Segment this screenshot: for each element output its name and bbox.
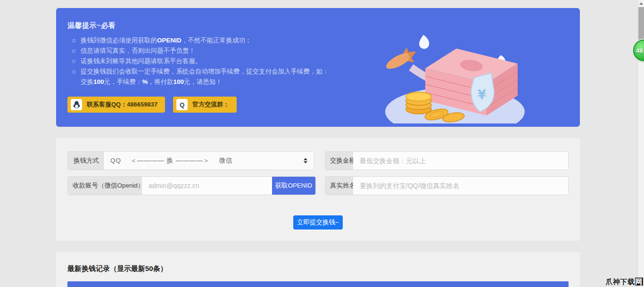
- submit-exchange-button[interactable]: 立即提交换钱~: [293, 215, 343, 230]
- official-group-button[interactable]: Q 官方交流群：: [173, 97, 237, 113]
- scroll-up-arrow-icon[interactable]: [639, 2, 643, 5]
- receive-account-group: 收款账号（微信Openid） 获取OPENID: [67, 176, 316, 195]
- qq-penguin-icon: [71, 99, 82, 110]
- notice-item: 信息请填写真实，否则出问题不予负责！: [70, 46, 334, 56]
- exchange-method-select[interactable]: QQ ＜———— 换 ————＞ 微信: [104, 152, 314, 170]
- float-qq-badge[interactable]: 48: [633, 40, 644, 61]
- real-name-label: 真实姓名: [325, 177, 353, 195]
- site-watermark: 爪神下载网: [606, 278, 644, 287]
- q-letter-icon: Q: [176, 99, 188, 110]
- notice-banner: 温馨提示~必看 换钱到微信必须使用获取的OPENID，不然不能正常换成功； 信息…: [56, 8, 580, 127]
- float-qq-badge-number: 48: [636, 47, 643, 54]
- svg-text:¥: ¥: [478, 88, 486, 102]
- notice-item: 提交换钱我们会收取一定手续费，系统会自动增加手续费，提交支付会加入手续费，如：交…: [70, 66, 334, 87]
- real-name-input[interactable]: [353, 177, 568, 195]
- receive-account-input[interactable]: [142, 177, 272, 195]
- banner-buttons: 联系客服QQ：486659837 Q 官方交流群：: [67, 97, 237, 113]
- notice-list: 换钱到微信必须使用获取的OPENID，不然不能正常换成功； 信息请填写真实，否则…: [70, 35, 334, 87]
- form-row-2: 收款账号（微信Openid） 获取OPENID 真实姓名: [67, 176, 569, 195]
- exchange-method-value: QQ ＜———— 换 ————＞ 微信: [110, 156, 304, 165]
- official-group-label: 官方交流群：: [192, 100, 229, 109]
- exchange-form-card: 换钱方式 QQ ＜———— 换 ————＞ 微信 交换金额 收款账号（微信Ope…: [56, 138, 580, 241]
- records-table-header: [67, 281, 569, 287]
- exchange-amount-label: 交换金额: [325, 152, 353, 170]
- money-illustration: ¥: [382, 22, 528, 123]
- contact-qq-button[interactable]: 联系客服QQ：486659837: [67, 97, 165, 113]
- notice-item: 换钱到微信必须使用获取的OPENID，不然不能正常换成功；: [70, 35, 334, 46]
- notice-item: 诺换钱未到账等其他问题请联系平台客服。: [70, 56, 334, 66]
- contact-qq-label: 联系客服QQ：486659837: [87, 100, 157, 109]
- banner-title: 温馨提示~必看: [67, 21, 116, 30]
- receive-account-label: 收款账号（微信Openid）: [68, 177, 142, 195]
- form-row-1: 换钱方式 QQ ＜———— 换 ————＞ 微信 交换金额: [67, 151, 569, 170]
- get-openid-button[interactable]: 获取OPENID: [272, 177, 315, 195]
- exchange-amount-input[interactable]: [353, 152, 568, 170]
- exchange-amount-group: 交换金额: [325, 151, 569, 170]
- exchange-method-label: 换钱方式: [68, 152, 104, 170]
- real-name-group: 真实姓名: [325, 176, 569, 195]
- scrollbar-thumb[interactable]: [638, 7, 644, 44]
- records-title: 最新换钱记录（显示最新50条）: [67, 264, 167, 273]
- records-card: 最新换钱记录（显示最新50条）: [56, 252, 580, 287]
- exchange-method-group: 换钱方式 QQ ＜———— 换 ————＞ 微信: [67, 151, 314, 170]
- updown-arrows-icon: [304, 158, 307, 164]
